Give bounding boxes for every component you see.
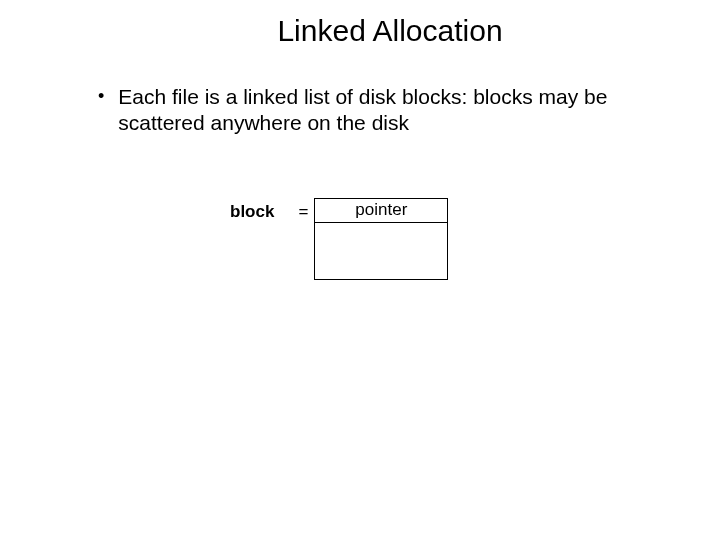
pointer-row: pointer	[315, 199, 447, 223]
block-label: block	[230, 198, 274, 222]
block-box: pointer	[314, 198, 448, 280]
bullet-marker: •	[98, 84, 104, 109]
slide-title: Linked Allocation	[0, 0, 720, 48]
bullet-item: • Each file is a linked list of disk blo…	[98, 84, 660, 137]
bullet-text: Each file is a linked list of disk block…	[118, 84, 660, 137]
bullet-list: • Each file is a linked list of disk blo…	[0, 84, 720, 137]
equals-sign: =	[298, 198, 308, 222]
block-diagram: block = pointer	[230, 198, 448, 280]
